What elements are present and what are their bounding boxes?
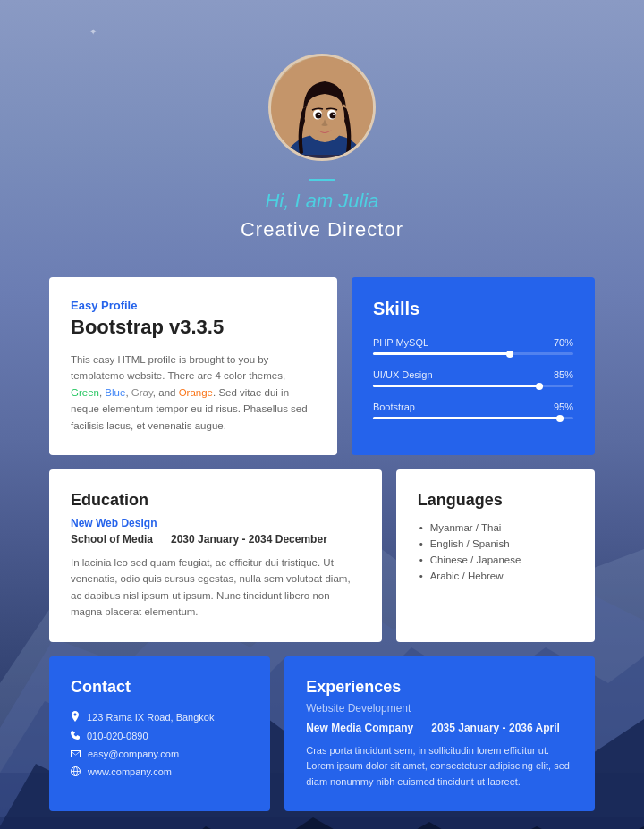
languages-card: Languages Myanmar / Thai English / Spani… xyxy=(396,469,595,642)
language-item: English / Spanish xyxy=(418,538,573,549)
skill-item-uiux: UI/UX Design 85% xyxy=(373,369,573,387)
languages-list: Myanmar / Thai English / Spanish Chinese… xyxy=(418,522,573,581)
experience-title: Experiences xyxy=(306,678,573,697)
education-card: Education New Web Design School of Media… xyxy=(49,469,382,642)
skills-card: Skills PHP MySQL 70% UI/UX Design xyxy=(352,277,595,455)
experience-subtitle: Website Development xyxy=(306,702,573,715)
languages-title: Languages xyxy=(418,491,573,510)
contact-title: Contact xyxy=(71,678,249,697)
svg-point-15 xyxy=(333,114,335,115)
email-icon xyxy=(71,749,80,759)
cards-container: Easy Profile Bootstrap v3.3.5 This easy … xyxy=(31,277,613,811)
row-3: Contact 123 Rama IX Road, Bangkok 010-02… xyxy=(49,656,595,812)
profile-card: Easy Profile Bootstrap v3.3.5 This easy … xyxy=(49,277,337,455)
contact-email-text: easy@company.com xyxy=(88,749,179,759)
skill-dot-php xyxy=(506,351,513,358)
skill-name-bootstrap: Bootstrap xyxy=(373,402,415,412)
contact-website-text: www.company.com xyxy=(88,766,172,777)
skills-title: Skills xyxy=(373,299,573,319)
skill-dot-bootstrap xyxy=(556,415,564,422)
skill-bar-uiux-bg xyxy=(373,385,573,387)
row-2: Education New Web Design School of Media… xyxy=(49,469,595,642)
skill-percent-php: 70% xyxy=(554,337,573,348)
web-icon xyxy=(71,766,80,778)
profile-title: Bootstrap v3.3.5 xyxy=(71,316,316,339)
svg-point-14 xyxy=(318,114,320,115)
skill-bar-uiux-fill xyxy=(373,385,543,387)
svg-point-12 xyxy=(316,113,322,119)
avatar xyxy=(268,54,376,161)
skill-name-php: PHP MySQL xyxy=(373,337,428,348)
profile-description: This easy HTML profile is brought to you… xyxy=(71,351,316,434)
experience-description: Cras porta tincidunt sem, in sollicitudi… xyxy=(306,743,573,791)
skill-bar-bootstrap-bg xyxy=(373,417,573,419)
skill-dot-uiux xyxy=(536,383,543,390)
skill-bar-php-fill xyxy=(373,352,513,355)
skill-bar-php-bg xyxy=(373,352,573,355)
star-decoration: ✦ xyxy=(89,27,97,37)
skill-bar-bootstrap-fill xyxy=(373,417,564,419)
skill-item-bootstrap: Bootstrap 95% xyxy=(373,402,573,419)
hero-section: ✦ xyxy=(0,0,644,277)
hero-title: Creative Director xyxy=(0,218,644,241)
language-item: Myanmar / Thai xyxy=(418,522,573,533)
education-description: In lacinia leo sed quam feugiat, ac effi… xyxy=(71,554,360,621)
skill-item-php: PHP MySQL 70% xyxy=(373,337,573,355)
location-icon xyxy=(71,711,80,723)
language-item: Arabic / Hebrew xyxy=(418,571,573,581)
hero-greeting: Hi, I am Julia xyxy=(0,190,644,213)
row-1: Easy Profile Bootstrap v3.3.5 This easy … xyxy=(49,277,595,455)
language-item: Chinese / Japanese xyxy=(418,554,573,565)
contact-address: 123 Rama IX Road, Bangkok xyxy=(71,711,249,723)
education-title: Education xyxy=(71,491,360,510)
skill-percent-bootstrap: 95% xyxy=(554,402,573,412)
skill-name-uiux: UI/UX Design xyxy=(373,369,433,380)
contact-website: www.company.com xyxy=(71,766,249,778)
education-subtitle: New Web Design xyxy=(71,517,360,529)
contact-phone-text: 010-020-0890 xyxy=(87,731,148,741)
profile-label: Easy Profile xyxy=(71,299,316,312)
education-period: 2030 January - 2034 December xyxy=(171,533,327,546)
contact-address-text: 123 Rama IX Road, Bangkok xyxy=(87,712,214,723)
education-school: School of Media xyxy=(71,533,153,546)
skill-percent-uiux: 85% xyxy=(554,369,573,380)
svg-point-13 xyxy=(330,113,336,119)
experience-period: 2035 January - 2036 April xyxy=(431,722,560,734)
experience-card: Experiences Website Development New Medi… xyxy=(284,656,595,812)
phone-icon xyxy=(71,731,80,741)
experience-company: New Media Company xyxy=(306,722,413,734)
contact-phone: 010-020-0890 xyxy=(71,731,249,741)
contact-email: easy@company.com xyxy=(71,749,249,759)
hero-divider xyxy=(309,179,335,181)
footer: Copyright © 2084 Your Easy Profile f g+ … xyxy=(0,825,644,829)
contact-card: Contact 123 Rama IX Road, Bangkok 010-02… xyxy=(49,656,270,812)
